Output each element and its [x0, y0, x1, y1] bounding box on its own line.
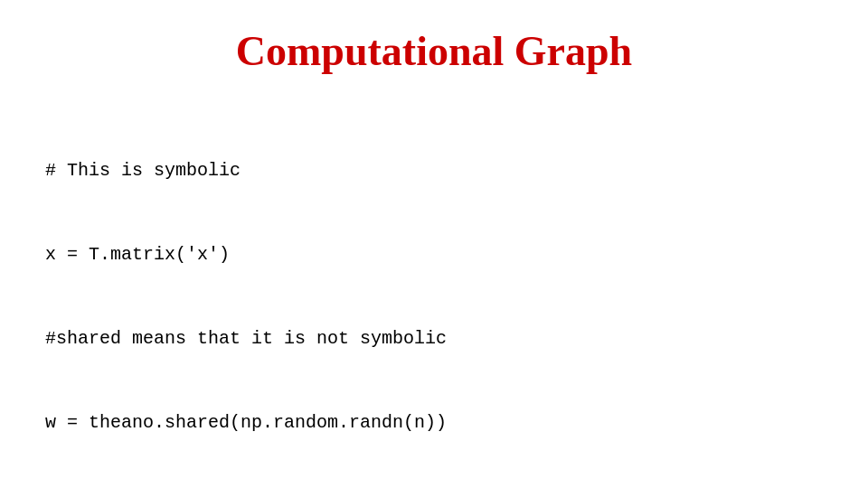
code-section-1: # This is symbolic x = T.matrix('x') #sh… — [45, 100, 447, 488]
code-line-3: #shared means that it is not symbolic — [45, 324, 447, 352]
page-container: Computational Graph # This is symbolic x… — [0, 0, 868, 488]
code-line-2: x = T.matrix('x') — [45, 240, 447, 268]
page-title: Computational Graph — [45, 27, 823, 75]
code-line-1: # This is symbolic — [45, 156, 447, 184]
code-line-4: w = theano.shared(np.random.randn(n)) — [45, 408, 447, 436]
